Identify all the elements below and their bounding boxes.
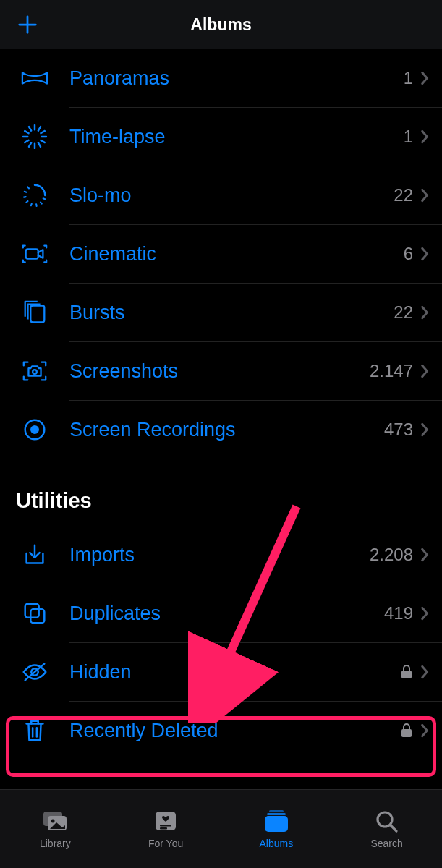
svg-rect-14	[42, 197, 46, 200]
tab-albums[interactable]: Albums	[221, 790, 332, 868]
tab-foryou[interactable]: For You	[111, 790, 221, 868]
svg-point-38	[51, 820, 55, 823]
row-duplicates[interactable]: Duplicates 419	[69, 584, 442, 642]
svg-point-24	[33, 370, 37, 374]
svg-rect-43	[267, 813, 286, 815]
row-label: Screenshots	[69, 360, 370, 383]
svg-rect-42	[269, 810, 284, 812]
tab-bar: Library For You Albums Search	[0, 789, 442, 868]
chevron-right-icon	[420, 305, 429, 320]
cinematic-icon	[19, 238, 51, 270]
row-bursts[interactable]: Bursts 22	[69, 283, 442, 341]
row-count: 473	[384, 420, 413, 440]
row-label: Screen Recordings	[69, 419, 384, 441]
row-label: Slo-mo	[69, 184, 394, 207]
screenshots-icon	[19, 355, 51, 387]
row-count: 2.147	[370, 361, 413, 381]
svg-rect-11	[22, 136, 29, 137]
svg-rect-10	[24, 139, 30, 143]
svg-rect-27	[25, 604, 39, 618]
content-scroll[interactable]: Panoramas 1	[0, 49, 442, 790]
svg-rect-40	[160, 825, 171, 826]
svg-rect-21	[27, 186, 30, 190]
svg-rect-17	[30, 203, 33, 206]
svg-rect-28	[30, 609, 44, 623]
tab-search[interactable]: Search	[331, 790, 442, 868]
svg-rect-15	[40, 201, 43, 205]
row-cinematic[interactable]: Cinematic 6	[69, 224, 442, 283]
tab-label: Albums	[260, 838, 294, 849]
row-count: 419	[384, 603, 413, 624]
svg-rect-5	[41, 136, 48, 137]
row-screenrecordings[interactable]: Screen Recordings 473	[69, 400, 442, 459]
svg-rect-13	[27, 126, 32, 132]
lock-icon	[400, 664, 413, 680]
row-label: Time-lapse	[69, 126, 404, 148]
tab-label: For You	[148, 838, 183, 849]
row-imports[interactable]: Imports 2.208	[69, 526, 442, 584]
tab-library[interactable]: Library	[0, 790, 111, 868]
row-count: 22	[394, 302, 413, 323]
screenrecordings-icon	[19, 414, 51, 446]
svg-rect-9	[27, 142, 32, 148]
chevron-right-icon	[420, 129, 429, 144]
lock-icon	[400, 723, 413, 739]
bursts-icon	[19, 297, 51, 328]
svg-line-30	[25, 664, 45, 681]
row-label: Hidden	[69, 661, 400, 684]
tab-label: Search	[370, 838, 402, 849]
row-label: Cinematic	[69, 243, 404, 265]
svg-rect-44	[265, 816, 288, 832]
svg-rect-7	[37, 142, 41, 148]
hidden-icon	[19, 656, 51, 688]
row-label: Bursts	[69, 302, 394, 324]
search-icon	[373, 809, 401, 833]
svg-line-46	[391, 825, 396, 831]
section-title-utilities: Utilities	[0, 459, 442, 526]
svg-rect-22	[26, 249, 38, 258]
svg-rect-4	[40, 129, 46, 134]
trash-icon	[19, 715, 51, 746]
row-count: 1	[404, 127, 413, 147]
row-timelapse[interactable]: Time-lapse 1	[69, 107, 442, 166]
plus-icon	[17, 14, 38, 35]
svg-rect-41	[160, 827, 167, 829]
chevron-right-icon	[420, 247, 429, 261]
chevron-right-icon	[420, 606, 429, 621]
slomo-icon	[19, 179, 51, 211]
albums-icon	[262, 809, 291, 833]
timelapse-icon	[19, 121, 51, 153]
panoramas-icon	[19, 62, 51, 94]
row-recently-deleted[interactable]: Recently Deleted	[69, 701, 442, 760]
svg-rect-31	[401, 671, 412, 678]
svg-rect-12	[24, 129, 30, 134]
tab-label: Library	[40, 838, 71, 849]
chevron-right-icon	[420, 71, 429, 85]
foryou-icon	[151, 809, 180, 833]
row-count: 1	[404, 68, 413, 88]
svg-rect-16	[35, 203, 38, 207]
svg-rect-23	[30, 306, 44, 323]
chevron-right-icon	[420, 188, 429, 203]
row-slomo[interactable]: Slo-mo 22	[69, 166, 442, 224]
row-label: Imports	[69, 544, 370, 566]
chevron-right-icon	[420, 723, 429, 738]
add-button[interactable]	[13, 10, 42, 39]
header-bar: Albums	[0, 0, 442, 49]
svg-rect-3	[37, 126, 41, 132]
row-hidden[interactable]: Hidden	[69, 642, 442, 701]
chevron-right-icon	[420, 548, 429, 562]
svg-rect-19	[23, 196, 27, 198]
row-count: 22	[394, 185, 413, 205]
row-label: Panoramas	[69, 67, 404, 90]
chevron-right-icon	[420, 364, 429, 378]
page-title: Albums	[190, 15, 251, 35]
svg-rect-8	[34, 143, 35, 150]
svg-rect-2	[34, 124, 35, 131]
chevron-right-icon	[420, 665, 429, 679]
svg-rect-20	[23, 190, 27, 193]
row-screenshots[interactable]: Screenshots 2.147	[69, 341, 442, 400]
chevron-right-icon	[420, 422, 429, 437]
row-panoramas[interactable]: Panoramas 1	[69, 49, 442, 107]
row-label: Duplicates	[69, 603, 384, 625]
